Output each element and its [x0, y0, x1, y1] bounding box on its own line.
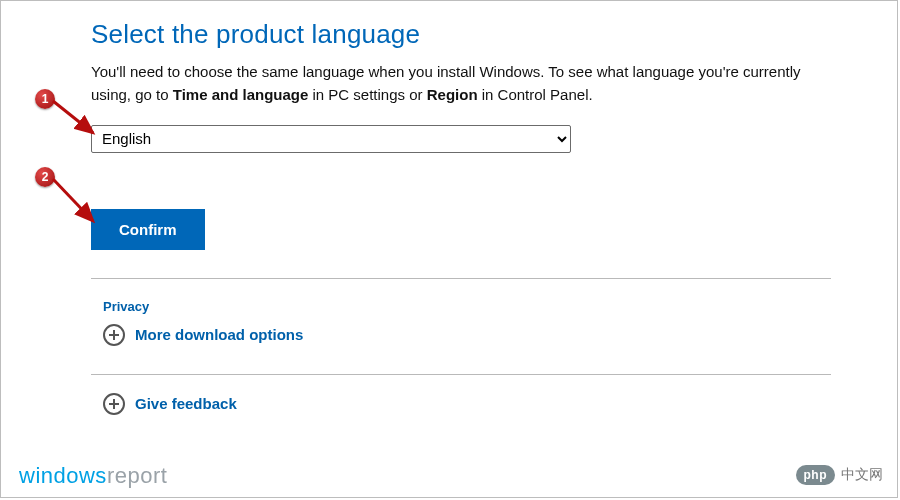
page-title: Select the product language	[91, 19, 831, 50]
watermark-part1: windows	[19, 463, 107, 488]
callout-badge-2: 2	[35, 167, 55, 187]
watermark-part2: report	[107, 463, 167, 488]
privacy-link[interactable]: Privacy	[103, 299, 149, 314]
plus-icon	[103, 393, 125, 415]
separator-2	[91, 374, 831, 375]
watermark-phpcn: php 中文网	[796, 465, 884, 485]
desc-mid: in PC settings or	[308, 86, 426, 103]
php-pill: php	[796, 465, 836, 485]
separator-1	[91, 278, 831, 279]
desc-post: in Control Panel.	[478, 86, 593, 103]
main-content: Select the product language You'll need …	[91, 19, 831, 415]
instruction-text: You'll need to choose the same language …	[91, 60, 831, 107]
confirm-button[interactable]: Confirm	[91, 209, 205, 250]
phpcn-text: 中文网	[841, 466, 883, 484]
desc-bold-region: Region	[427, 86, 478, 103]
svg-line-1	[53, 179, 93, 221]
page-frame: Select the product language You'll need …	[0, 0, 898, 498]
watermark-windowsreport: windowsreport	[19, 463, 167, 489]
more-download-options-expander[interactable]: More download options	[103, 324, 831, 346]
give-feedback-label: Give feedback	[135, 395, 237, 412]
language-select-wrap: English	[91, 125, 571, 153]
svg-line-0	[53, 101, 93, 133]
desc-bold-time-language: Time and language	[173, 86, 309, 103]
more-download-options-label: More download options	[135, 326, 303, 343]
language-select[interactable]: English	[91, 125, 571, 153]
callout-badge-1: 1	[35, 89, 55, 109]
give-feedback-expander[interactable]: Give feedback	[103, 393, 831, 415]
plus-icon	[103, 324, 125, 346]
